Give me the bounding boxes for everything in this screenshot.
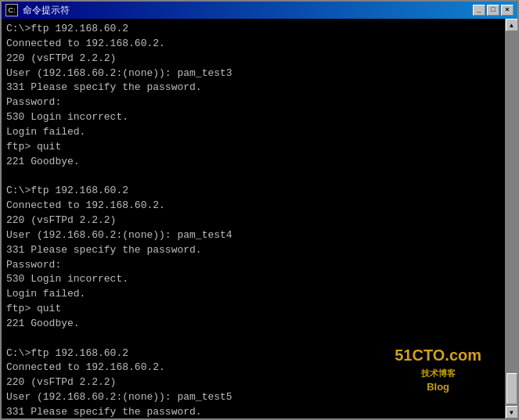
terminal-output: C:\>ftp 192.168.60.2 Connected to 192.16… — [2, 19, 505, 418]
window-title: 命令提示符 — [23, 4, 70, 17]
title-bar-buttons: _ □ × — [473, 5, 514, 16]
cmd-window: C: 命令提示符 _ □ × C:\>ftp 192.168.60.2 Conn… — [0, 0, 519, 420]
scroll-down-button[interactable]: ▼ — [506, 406, 518, 418]
title-bar: C: 命令提示符 _ □ × — [2, 2, 517, 19]
title-bar-left: C: 命令提示符 — [5, 4, 70, 17]
scrollbar[interactable]: ▲ ▼ — [505, 19, 517, 418]
scroll-track — [506, 31, 517, 406]
close-button[interactable]: × — [501, 5, 514, 16]
content-area: C:\>ftp 192.168.60.2 Connected to 192.16… — [2, 19, 517, 418]
scroll-thumb[interactable] — [506, 373, 517, 404]
window-icon: C: — [5, 4, 18, 16]
restore-button[interactable]: □ — [487, 5, 499, 16]
minimize-button[interactable]: _ — [473, 5, 485, 16]
content-wrapper: C:\>ftp 192.168.60.2 Connected to 192.16… — [2, 19, 505, 418]
scroll-up-button[interactable]: ▲ — [506, 19, 518, 31]
